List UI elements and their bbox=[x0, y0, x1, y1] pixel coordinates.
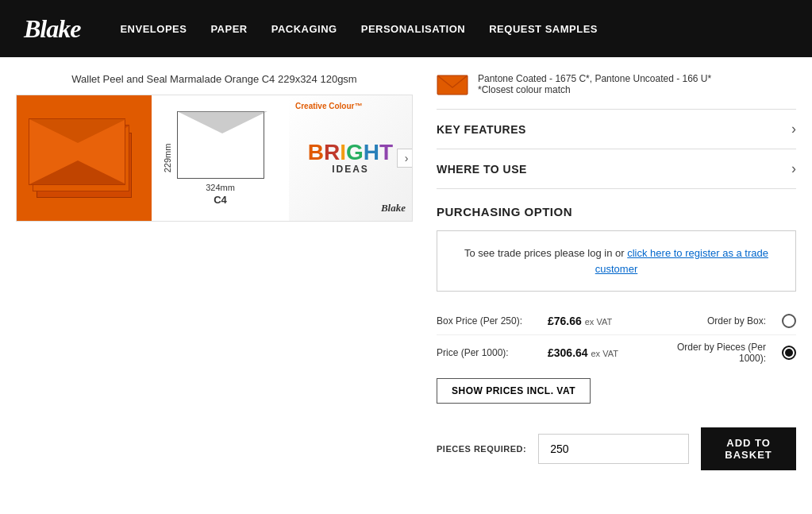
trade-notice: To see trade prices please log in or cli… bbox=[437, 230, 796, 292]
add-to-basket-button[interactable]: ADD TO BASKET bbox=[701, 427, 796, 470]
width-dimension-label: 324mm bbox=[206, 183, 235, 192]
pieces-required-input[interactable] bbox=[538, 434, 689, 464]
show-prices-button[interactable]: SHOW PRICES INCL. VAT bbox=[437, 378, 591, 404]
envelope-stack bbox=[29, 118, 140, 198]
bright-text: BRIGHT bbox=[308, 141, 393, 164]
creative-panel: Creative Colour™ BRIGHT IDEAS Blake › bbox=[289, 95, 412, 221]
pieces-price-row: Price (Per 1000): £306.64 ex VAT Order b… bbox=[437, 335, 796, 370]
order-by-box-radio[interactable] bbox=[782, 314, 796, 328]
key-features-header[interactable]: KEY FEATURES › bbox=[437, 110, 796, 149]
where-to-use-arrow: › bbox=[791, 160, 796, 177]
blake-brand-watermark: Blake bbox=[381, 202, 406, 214]
key-features-title: KEY FEATURES bbox=[437, 123, 526, 136]
nav-request-samples[interactable]: REQUEST SAMPLES bbox=[489, 23, 598, 35]
pantone-text-footnote: *Closest colour match bbox=[478, 84, 711, 95]
pieces-price-value: £306.64 ex VAT bbox=[548, 346, 643, 359]
nav-paper[interactable]: PAPER bbox=[210, 23, 247, 35]
gallery-next-arrow[interactable]: › bbox=[397, 149, 412, 168]
right-panel: Pantone Coated - 1675 C*, Pantone Uncoat… bbox=[437, 73, 796, 470]
size-code-label: C4 bbox=[214, 194, 227, 206]
purchasing-title: PURCHASING OPTION bbox=[437, 205, 796, 218]
creative-bg: Creative Colour™ BRIGHT IDEAS Blake bbox=[289, 95, 412, 221]
envelope-photo bbox=[17, 95, 152, 221]
where-to-use-accordion: WHERE TO USE › bbox=[437, 149, 796, 189]
header: Blake ENVELOPES PAPER PACKAGING PERSONAL… bbox=[0, 0, 812, 57]
order-by-pieces-radio[interactable] bbox=[782, 346, 796, 360]
ideas-text: IDEAS bbox=[332, 164, 369, 175]
image-gallery: 229mm 324mm C4 Creative Colour™ BRIGHT I… bbox=[16, 95, 413, 222]
envelope-diagram-flap bbox=[177, 111, 267, 133]
nav-personalisation[interactable]: PERSONALISATION bbox=[361, 23, 466, 35]
envelope-diagram bbox=[177, 111, 264, 179]
key-features-arrow: › bbox=[791, 121, 796, 137]
main-content: Wallet Peel and Seal Marmalade Orange C4… bbox=[0, 57, 812, 486]
product-title: Wallet Peel and Seal Marmalade Orange C4… bbox=[16, 73, 413, 85]
creative-tag-label: Creative Colour™ bbox=[295, 102, 362, 110]
trade-register-link[interactable]: click here to register as a trade custom… bbox=[595, 247, 768, 275]
box-price-row: Box Price (Per 250): £76.66 ex VAT Order… bbox=[437, 307, 796, 334]
nav-envelopes[interactable]: ENVELOPES bbox=[120, 23, 187, 35]
nav-packaging[interactable]: PACKAGING bbox=[271, 23, 337, 35]
pieces-price-label: Price (Per 1000): bbox=[437, 347, 540, 358]
envelope-icon bbox=[437, 73, 468, 97]
box-price-label: Box Price (Per 250): bbox=[437, 315, 540, 327]
trade-notice-text: To see trade prices please log in or cli… bbox=[464, 247, 768, 275]
where-to-use-header[interactable]: WHERE TO USE › bbox=[437, 149, 796, 188]
key-features-accordion: KEY FEATURES › bbox=[437, 110, 796, 149]
where-to-use-title: WHERE TO USE bbox=[437, 163, 527, 176]
order-by-box-label: Order by Box: bbox=[651, 315, 774, 327]
pantone-text-main: Pantone Coated - 1675 C*, Pantone Uncoat… bbox=[478, 73, 711, 84]
order-by-pieces-label: Order by Pieces (Per 1000): bbox=[651, 342, 774, 364]
logo: Blake bbox=[24, 14, 80, 44]
diagram-area: 229mm 324mm C4 bbox=[152, 95, 289, 221]
height-dimension-label: 229mm bbox=[163, 144, 172, 173]
basket-row: PIECES REQUIRED: ADD TO BASKET bbox=[437, 427, 796, 470]
pantone-row: Pantone Coated - 1675 C*, Pantone Uncoat… bbox=[437, 73, 796, 110]
nav: ENVELOPES PAPER PACKAGING PERSONALISATIO… bbox=[120, 23, 598, 35]
left-panel: Wallet Peel and Seal Marmalade Orange C4… bbox=[16, 73, 413, 470]
pieces-required-label: PIECES REQUIRED: bbox=[437, 444, 526, 454]
box-price-value: £76.66 ex VAT bbox=[548, 315, 643, 327]
pantone-icon bbox=[437, 73, 468, 97]
purchasing-section: PURCHASING OPTION To see trade prices pl… bbox=[437, 189, 796, 470]
pantone-description: Pantone Coated - 1675 C*, Pantone Uncoat… bbox=[478, 73, 711, 95]
